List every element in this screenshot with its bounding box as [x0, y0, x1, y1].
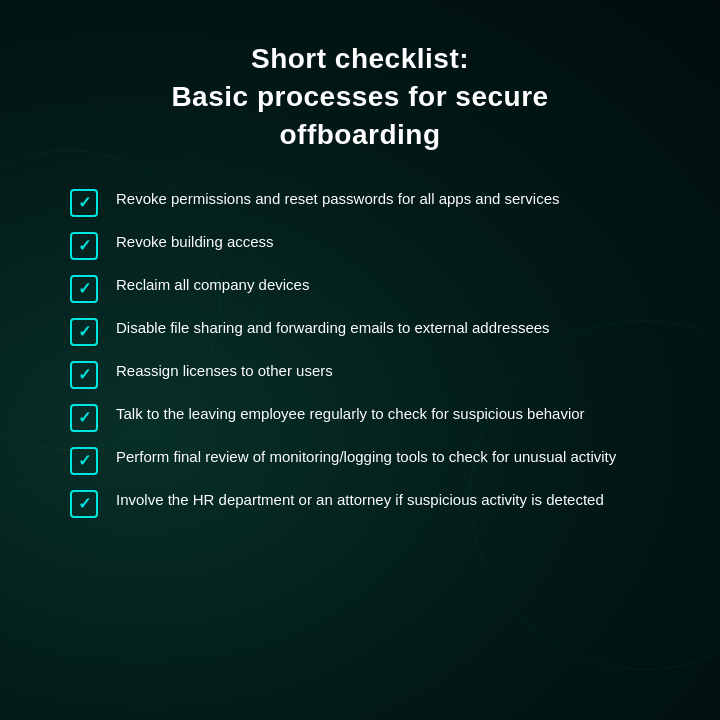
- title-line1: Short checklist:: [251, 43, 469, 74]
- item-text-8: Involve the HR department or an attorney…: [116, 489, 650, 512]
- checkbox-1: ✓: [70, 189, 98, 217]
- item-text-7: Perform final review of monitoring/loggi…: [116, 446, 650, 469]
- checkmark-icon: ✓: [78, 195, 91, 211]
- list-item: ✓ Perform final review of monitoring/log…: [70, 446, 650, 475]
- title-line3: offboarding: [279, 119, 440, 150]
- checkmark-icon: ✓: [78, 238, 91, 254]
- checkbox-4: ✓: [70, 318, 98, 346]
- main-container: Short checklist: Basic processes for sec…: [0, 0, 720, 720]
- item-text-4: Disable file sharing and forwarding emai…: [116, 317, 650, 340]
- checkmark-icon: ✓: [78, 324, 91, 340]
- checkbox-2: ✓: [70, 232, 98, 260]
- checkbox-8: ✓: [70, 490, 98, 518]
- item-text-3: Reclaim all company devices: [116, 274, 650, 297]
- checkmark-icon: ✓: [78, 496, 91, 512]
- list-item: ✓ Revoke building access: [70, 231, 650, 260]
- item-text-6: Talk to the leaving employee regularly t…: [116, 403, 650, 426]
- checkmark-icon: ✓: [78, 453, 91, 469]
- checkmark-icon: ✓: [78, 367, 91, 383]
- checkbox-3: ✓: [70, 275, 98, 303]
- item-text-1: Revoke permissions and reset passwords f…: [116, 188, 650, 211]
- list-item: ✓ Reclaim all company devices: [70, 274, 650, 303]
- list-item: ✓ Talk to the leaving employee regularly…: [70, 403, 650, 432]
- item-text-2: Revoke building access: [116, 231, 650, 254]
- list-item: ✓ Revoke permissions and reset passwords…: [70, 188, 650, 217]
- list-item: ✓ Disable file sharing and forwarding em…: [70, 317, 650, 346]
- checkbox-6: ✓: [70, 404, 98, 432]
- title-section: Short checklist: Basic processes for sec…: [70, 40, 650, 153]
- checkbox-5: ✓: [70, 361, 98, 389]
- list-item: ✓ Reassign licenses to other users: [70, 360, 650, 389]
- page-title: Short checklist: Basic processes for sec…: [70, 40, 650, 153]
- item-text-5: Reassign licenses to other users: [116, 360, 650, 383]
- checkmark-icon: ✓: [78, 410, 91, 426]
- checklist: ✓ Revoke permissions and reset passwords…: [70, 188, 650, 518]
- checkmark-icon: ✓: [78, 281, 91, 297]
- list-item: ✓ Involve the HR department or an attorn…: [70, 489, 650, 518]
- title-line2: Basic processes for secure: [171, 81, 548, 112]
- checkbox-7: ✓: [70, 447, 98, 475]
